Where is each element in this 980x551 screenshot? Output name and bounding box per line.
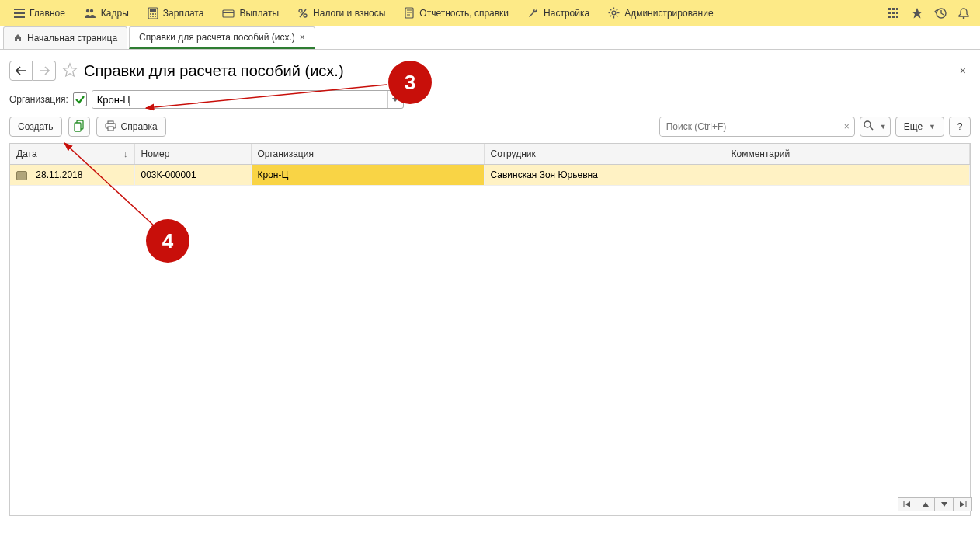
close-tab-icon[interactable]: ×: [300, 32, 305, 43]
search-input[interactable]: [660, 117, 839, 136]
page-header-row: Справки для расчета пособий (исх.) ×: [3, 50, 977, 87]
caret-down-icon: ▼: [929, 123, 936, 131]
bookmark-star-icon[interactable]: [62, 62, 78, 80]
org-filter-input[interactable]: [92, 91, 387, 108]
svg-point-0: [86, 9, 89, 12]
topmenu-label: Настройка: [544, 8, 589, 19]
filter-row: Организация:: [3, 87, 977, 117]
svg-point-12: [299, 9, 302, 12]
col-header-date[interactable]: Дата ↓: [10, 144, 134, 165]
help-button[interactable]: ?: [949, 117, 971, 137]
topmenu-label: Зарплата: [163, 8, 204, 19]
svg-point-1: [90, 9, 93, 12]
documents-table: Дата ↓ Номер Организация Сотрудник Комме…: [9, 143, 971, 516]
svg-line-25: [617, 16, 618, 17]
svg-line-14: [300, 9, 306, 17]
topmenu-item-payments[interactable]: Выплаты: [213, 0, 288, 26]
topmenu-label: Отчетность, справки: [419, 8, 509, 19]
help-button-label: ?: [957, 121, 963, 132]
svg-point-13: [304, 14, 307, 17]
cell-value: 003К-000001: [141, 169, 196, 180]
table-pager: [898, 497, 972, 511]
page-content: Справки для расчета пособий (исх.) × Орг…: [0, 50, 980, 516]
history-icon[interactable]: [933, 6, 947, 20]
col-header-comment[interactable]: Комментарий: [725, 144, 970, 165]
svg-rect-32: [892, 12, 895, 14]
top-menu: Главное Кадры Зарплата Выплаты Налоги и …: [5, 0, 723, 26]
pager-first-icon[interactable]: [898, 497, 916, 511]
search-clear-icon[interactable]: ×: [839, 117, 854, 136]
home-icon: [13, 33, 23, 44]
page-title: Справки для расчета пособий (исх.): [84, 62, 344, 80]
svg-point-7: [150, 16, 151, 17]
more-button-label: Еще: [904, 121, 923, 132]
cell-value: Савинская Зоя Юрьевна: [491, 169, 598, 180]
copy-icon: [74, 120, 85, 134]
cell-value: Крон-Ц: [258, 169, 289, 180]
print-button-label: Справка: [121, 121, 158, 132]
pager-last-icon[interactable]: [954, 497, 972, 511]
col-header-org[interactable]: Организация: [251, 144, 484, 165]
search-box: ×: [659, 117, 855, 137]
topmenu-item-personnel[interactable]: Кадры: [75, 0, 138, 26]
svg-marker-37: [912, 8, 923, 19]
more-button[interactable]: Еще ▼: [895, 117, 944, 137]
org-filter-checkbox[interactable]: [73, 92, 87, 106]
col-header-employee[interactable]: Сотрудник: [484, 144, 725, 165]
create-button-label: Создать: [18, 121, 54, 132]
topmenu-label: Администрирование: [624, 8, 713, 19]
search-menu-button[interactable]: ▼: [860, 117, 891, 137]
page-close-icon[interactable]: ×: [960, 65, 966, 77]
create-copy-button[interactable]: [68, 117, 90, 137]
cell-value: 28.11.2018: [36, 169, 82, 180]
topmenu-item-admin[interactable]: Администрирование: [599, 0, 722, 26]
col-header-number[interactable]: Номер: [134, 144, 251, 165]
col-header-label: Номер: [141, 148, 170, 159]
row-document-icon: [16, 171, 27, 180]
topmenu-item-reports[interactable]: Отчетность, справки: [394, 0, 518, 26]
table-row[interactable]: 28.11.2018 003К-000001 Крон-Ц Савинская …: [10, 165, 970, 186]
document-icon: [404, 7, 415, 19]
topmenu-label: Главное: [30, 8, 65, 19]
svg-rect-35: [892, 16, 895, 18]
svg-rect-33: [896, 12, 898, 14]
topmenu-label: Кадры: [101, 8, 129, 19]
svg-rect-11: [223, 12, 234, 13]
printer-icon: [105, 120, 116, 134]
col-header-label: Комментарий: [732, 148, 791, 159]
people-icon: [84, 7, 96, 19]
svg-rect-31: [888, 12, 891, 14]
bell-icon[interactable]: [957, 6, 971, 20]
tab-label: Начальная страница: [27, 33, 117, 44]
svg-rect-49: [108, 127, 113, 131]
wrench-icon: [527, 7, 539, 19]
tab-active[interactable]: Справки для расчета пособий (исх.) ×: [129, 26, 315, 49]
create-button[interactable]: Создать: [9, 117, 62, 137]
col-header-label: Организация: [258, 148, 314, 159]
tab-label: Справки для расчета пособий (исх.): [139, 32, 295, 43]
topmenu-item-taxes[interactable]: Налоги и взносы: [288, 0, 394, 26]
apps-grid-icon[interactable]: [887, 6, 901, 20]
topmenu-label: Налоги и взносы: [313, 8, 385, 19]
svg-rect-34: [888, 16, 891, 18]
svg-rect-30: [896, 8, 898, 10]
topmenu-item-settings[interactable]: Настройка: [518, 0, 599, 26]
svg-point-4: [150, 13, 151, 15]
print-button[interactable]: Справка: [96, 117, 166, 137]
tab-home[interactable]: Начальная страница: [3, 26, 127, 49]
pager-up-icon[interactable]: [916, 497, 935, 511]
toolbar-right: × ▼ Еще ▼ ?: [659, 117, 971, 137]
svg-rect-29: [892, 8, 895, 10]
nav-back-button[interactable]: [9, 61, 33, 81]
topmenu-item-main[interactable]: Главное: [5, 0, 75, 26]
payments-icon: [222, 8, 235, 19]
nav-forward-button[interactable]: [33, 61, 56, 81]
annotation-badge-4: 4: [146, 219, 189, 263]
gear-icon: [608, 7, 620, 19]
topmenu-item-salary[interactable]: Зарплата: [138, 0, 214, 26]
pager-down-icon[interactable]: [935, 497, 954, 511]
badge-number: 3: [405, 71, 415, 95]
cell-date: 28.11.2018: [10, 165, 134, 186]
svg-rect-36: [896, 16, 898, 18]
favorite-star-icon[interactable]: [910, 6, 924, 20]
